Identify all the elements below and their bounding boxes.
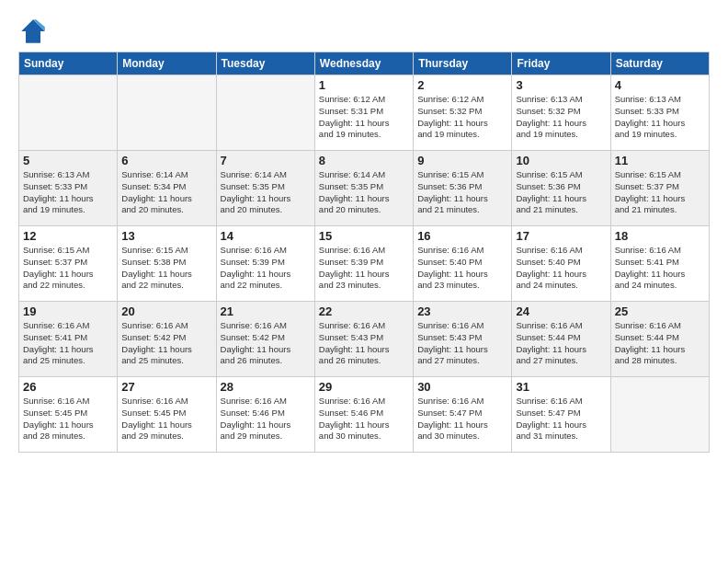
day-info: Sunrise: 6:13 AM Sunset: 5:33 PM Dayligh… (615, 94, 705, 141)
calendar-cell: 7Sunrise: 6:14 AM Sunset: 5:35 PM Daylig… (216, 151, 314, 226)
weekday-header-sunday: Sunday (19, 52, 118, 75)
calendar-cell: 20Sunrise: 6:16 AM Sunset: 5:42 PM Dayli… (118, 302, 216, 377)
calendar-cell: 25Sunrise: 6:16 AM Sunset: 5:44 PM Dayli… (610, 302, 709, 377)
calendar-table: SundayMondayTuesdayWednesdayThursdayFrid… (18, 52, 710, 453)
calendar-cell: 8Sunrise: 6:14 AM Sunset: 5:35 PM Daylig… (314, 151, 413, 226)
day-info: Sunrise: 6:16 AM Sunset: 5:43 PM Dayligh… (319, 320, 409, 367)
day-number: 8 (319, 154, 409, 167)
day-info: Sunrise: 6:15 AM Sunset: 5:37 PM Dayligh… (23, 245, 113, 292)
day-number: 1 (319, 78, 409, 92)
day-info: Sunrise: 6:14 AM Sunset: 5:35 PM Dayligh… (221, 169, 311, 216)
calendar-cell: 17Sunrise: 6:16 AM Sunset: 5:40 PM Dayli… (512, 226, 610, 302)
week-row-1: 1Sunrise: 6:12 AM Sunset: 5:31 PM Daylig… (19, 75, 710, 151)
day-number: 4 (615, 78, 705, 92)
calendar-cell: 30Sunrise: 6:16 AM Sunset: 5:47 PM Dayli… (414, 377, 512, 453)
calendar-cell: 12Sunrise: 6:15 AM Sunset: 5:37 PM Dayli… (19, 226, 118, 302)
calendar-cell: 3Sunrise: 6:13 AM Sunset: 5:32 PM Daylig… (512, 75, 610, 151)
calendar-cell (19, 75, 118, 151)
calendar-cell: 14Sunrise: 6:16 AM Sunset: 5:39 PM Dayli… (216, 226, 314, 302)
day-info: Sunrise: 6:16 AM Sunset: 5:47 PM Dayligh… (516, 396, 606, 442)
day-number: 24 (516, 304, 606, 318)
day-info: Sunrise: 6:13 AM Sunset: 5:32 PM Dayligh… (516, 94, 606, 141)
day-number: 14 (221, 229, 311, 243)
calendar-cell: 11Sunrise: 6:15 AM Sunset: 5:37 PM Dayli… (610, 151, 709, 226)
day-info: Sunrise: 6:16 AM Sunset: 5:39 PM Dayligh… (221, 245, 311, 292)
calendar-cell: 15Sunrise: 6:16 AM Sunset: 5:39 PM Dayli… (314, 226, 413, 302)
day-number: 7 (221, 154, 311, 167)
week-row-5: 26Sunrise: 6:16 AM Sunset: 5:45 PM Dayli… (19, 377, 710, 453)
calendar-cell: 13Sunrise: 6:15 AM Sunset: 5:38 PM Dayli… (118, 226, 216, 302)
day-number: 18 (615, 229, 705, 243)
day-info: Sunrise: 6:15 AM Sunset: 5:36 PM Dayligh… (417, 169, 507, 216)
day-info: Sunrise: 6:15 AM Sunset: 5:36 PM Dayligh… (516, 169, 606, 216)
day-info: Sunrise: 6:16 AM Sunset: 5:47 PM Dayligh… (417, 396, 507, 442)
weekday-header-tuesday: Tuesday (216, 52, 314, 75)
day-info: Sunrise: 6:16 AM Sunset: 5:42 PM Dayligh… (121, 320, 211, 367)
day-number: 31 (516, 380, 606, 394)
logo (18, 17, 51, 46)
day-number: 9 (417, 154, 507, 167)
day-number: 21 (221, 304, 311, 318)
day-info: Sunrise: 6:16 AM Sunset: 5:46 PM Dayligh… (319, 396, 409, 442)
week-row-2: 5Sunrise: 6:13 AM Sunset: 5:33 PM Daylig… (19, 151, 710, 226)
day-number: 27 (121, 380, 211, 394)
weekday-header-thursday: Thursday (414, 52, 512, 75)
day-info: Sunrise: 6:14 AM Sunset: 5:34 PM Dayligh… (121, 169, 211, 216)
weekday-header-row: SundayMondayTuesdayWednesdayThursdayFrid… (19, 52, 710, 75)
calendar-cell: 10Sunrise: 6:15 AM Sunset: 5:36 PM Dayli… (512, 151, 610, 226)
logo-icon (18, 17, 48, 46)
day-number: 29 (319, 380, 409, 394)
weekday-header-saturday: Saturday (610, 52, 709, 75)
calendar-cell: 9Sunrise: 6:15 AM Sunset: 5:36 PM Daylig… (414, 151, 512, 226)
day-info: Sunrise: 6:16 AM Sunset: 5:46 PM Dayligh… (221, 396, 311, 442)
week-row-3: 12Sunrise: 6:15 AM Sunset: 5:37 PM Dayli… (19, 226, 710, 302)
day-number: 3 (516, 78, 606, 92)
weekday-header-friday: Friday (512, 52, 610, 75)
day-number: 16 (417, 229, 507, 243)
day-info: Sunrise: 6:16 AM Sunset: 5:40 PM Dayligh… (417, 245, 507, 292)
weekday-header-wednesday: Wednesday (314, 52, 413, 75)
day-number: 5 (23, 154, 113, 167)
day-info: Sunrise: 6:16 AM Sunset: 5:40 PM Dayligh… (516, 245, 606, 292)
day-info: Sunrise: 6:16 AM Sunset: 5:41 PM Dayligh… (23, 320, 113, 367)
day-number: 19 (23, 304, 113, 318)
day-number: 2 (417, 78, 507, 92)
svg-marker-0 (21, 19, 45, 43)
day-number: 11 (615, 154, 705, 167)
day-number: 30 (417, 380, 507, 394)
day-number: 17 (516, 229, 606, 243)
day-number: 20 (121, 304, 211, 318)
calendar-cell: 2Sunrise: 6:12 AM Sunset: 5:32 PM Daylig… (414, 75, 512, 151)
day-info: Sunrise: 6:16 AM Sunset: 5:44 PM Dayligh… (615, 320, 705, 367)
day-info: Sunrise: 6:16 AM Sunset: 5:41 PM Dayligh… (615, 245, 705, 292)
day-number: 28 (221, 380, 311, 394)
calendar-cell: 5Sunrise: 6:13 AM Sunset: 5:33 PM Daylig… (19, 151, 118, 226)
calendar-cell (216, 75, 314, 151)
calendar-cell: 27Sunrise: 6:16 AM Sunset: 5:45 PM Dayli… (118, 377, 216, 453)
page: SundayMondayTuesdayWednesdayThursdayFrid… (0, 0, 728, 563)
header (18, 17, 710, 46)
day-info: Sunrise: 6:16 AM Sunset: 5:45 PM Dayligh… (121, 396, 211, 442)
calendar-cell: 16Sunrise: 6:16 AM Sunset: 5:40 PM Dayli… (414, 226, 512, 302)
calendar-cell: 1Sunrise: 6:12 AM Sunset: 5:31 PM Daylig… (314, 75, 413, 151)
calendar-cell (610, 377, 709, 453)
day-number: 13 (121, 229, 211, 243)
day-info: Sunrise: 6:15 AM Sunset: 5:37 PM Dayligh… (615, 169, 705, 216)
day-number: 12 (23, 229, 113, 243)
day-info: Sunrise: 6:16 AM Sunset: 5:43 PM Dayligh… (417, 320, 507, 367)
day-number: 6 (121, 154, 211, 167)
day-number: 25 (615, 304, 705, 318)
day-number: 22 (319, 304, 409, 318)
day-number: 15 (319, 229, 409, 243)
day-info: Sunrise: 6:15 AM Sunset: 5:38 PM Dayligh… (121, 245, 211, 292)
day-number: 26 (23, 380, 113, 394)
weekday-header-monday: Monday (118, 52, 216, 75)
day-info: Sunrise: 6:16 AM Sunset: 5:44 PM Dayligh… (516, 320, 606, 367)
day-info: Sunrise: 6:12 AM Sunset: 5:31 PM Dayligh… (319, 94, 409, 141)
day-info: Sunrise: 6:16 AM Sunset: 5:45 PM Dayligh… (23, 396, 113, 442)
day-info: Sunrise: 6:16 AM Sunset: 5:39 PM Dayligh… (319, 245, 409, 292)
calendar-cell: 28Sunrise: 6:16 AM Sunset: 5:46 PM Dayli… (216, 377, 314, 453)
calendar-cell: 23Sunrise: 6:16 AM Sunset: 5:43 PM Dayli… (414, 302, 512, 377)
calendar-cell: 26Sunrise: 6:16 AM Sunset: 5:45 PM Dayli… (19, 377, 118, 453)
week-row-4: 19Sunrise: 6:16 AM Sunset: 5:41 PM Dayli… (19, 302, 710, 377)
